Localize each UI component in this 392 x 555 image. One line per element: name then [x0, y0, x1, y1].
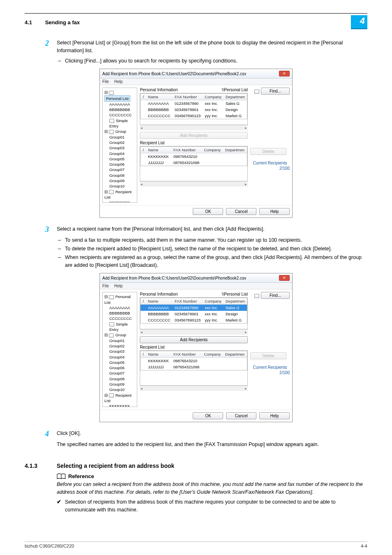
tree-item[interactable]: Group08 — [104, 173, 135, 178]
subsection-title: Selecting a recipient from an address bo… — [57, 462, 174, 469]
h-scrollbar[interactable]: ◂▸ — [140, 386, 248, 391]
table-row[interactable]: JJJJJJJJ087654321098 — [141, 364, 247, 370]
cancel-button[interactable]: Cancel — [226, 208, 256, 215]
h-scrollbar[interactable]: ◂▸ — [140, 329, 248, 335]
chapter-badge: 4 — [351, 15, 367, 29]
tree-item[interactable]: Group06 — [104, 365, 135, 370]
step-2-sub-1: → Clicking [Find...] allows you to searc… — [57, 57, 367, 65]
tree-group[interactable]: Group — [115, 333, 126, 337]
delete-button[interactable]: Delete — [250, 352, 286, 359]
arrow-icon: → — [57, 245, 65, 253]
subsection-413: 4.1.3 Selecting a recipient from an addr… — [25, 462, 367, 469]
recipient-list-table[interactable]: / Name FAX Number Company Departmen KKKK… — [140, 146, 247, 166]
menu-help[interactable]: Help — [114, 284, 123, 288]
menu-help[interactable]: Help — [114, 79, 123, 84]
window-titlebar: Add Recipient from Phone Book:C:\Users\U… — [100, 273, 292, 283]
step-number: 3 — [45, 225, 57, 234]
tree-item[interactable]: Group10 — [104, 183, 135, 189]
tree-item[interactable]: CCCCCCCC — [104, 112, 135, 118]
table-row[interactable]: BBBBBBBB02345678901xxx Inc.Design — [141, 311, 247, 317]
tree-personal-list[interactable]: Personal List — [104, 294, 131, 304]
reference-body: Before you can select a recipient from t… — [57, 481, 367, 496]
tree-item[interactable]: Group02 — [104, 343, 135, 349]
delete-button[interactable]: Delete — [250, 148, 286, 155]
tree-nav[interactable]: ⊟ Personal List AAAAAAAA BBBBBBBB CCCCCC… — [102, 88, 137, 203]
step-text: Select a recipient name from the [Person… — [57, 225, 367, 234]
step-text: Click [OK]. — [57, 430, 367, 437]
tree-item[interactable]: BBBBBBBB — [104, 310, 135, 316]
step-2: 2 Select [Personal List] or [Group] from… — [45, 39, 367, 55]
tree-item[interactable]: AAAAAAAA — [104, 102, 135, 107]
tree-item[interactable]: CCCCCCCC — [104, 316, 135, 321]
find-button[interactable]: Find... — [261, 292, 290, 299]
tree-item[interactable]: Group01 — [104, 134, 135, 140]
menu-file[interactable]: File — [102, 79, 109, 84]
tree-item[interactable]: Group08 — [104, 376, 135, 382]
step-3-sub-3: → When recipients are registered as a gr… — [57, 254, 367, 269]
cancel-button[interactable]: Cancel — [226, 412, 256, 419]
tree-item[interactable]: Group04 — [104, 354, 135, 360]
personal-info-label: Personal Information — [140, 292, 178, 296]
table-row[interactable]: CCCCCCCC034567890123yyy Inc.Market G — [141, 113, 247, 119]
tree-nav[interactable]: ⊟ Personal List AAAAAAAA BBBBBBBB CCCCCC… — [102, 292, 137, 407]
table-row[interactable]: KKKKKKKK09876543210 — [141, 153, 247, 160]
tree-recipient-list[interactable]: Recipient List — [104, 190, 131, 199]
add-recipients-button[interactable]: Add Recipients — [140, 132, 248, 139]
tree-item[interactable]: Group07 — [104, 167, 135, 172]
recipient-counter: 2/100 — [250, 166, 290, 171]
close-icon[interactable]: ✕ — [279, 71, 290, 76]
ok-button[interactable]: OK — [193, 208, 223, 215]
table-row[interactable]: CCCCCCCC034567890123yyy Inc.Market G — [141, 317, 247, 324]
table-row[interactable]: AAAAAAAA01234567890xxx Inc.Sales G — [141, 100, 247, 107]
tree-item[interactable]: Group09 — [104, 178, 135, 183]
tree-item[interactable]: Group03 — [104, 145, 135, 150]
recipient-list-table[interactable]: / Name FAX Number Company Departmen KKKK… — [140, 351, 247, 370]
table-row[interactable]: JJJJJJJJ087654321098 — [141, 160, 247, 166]
help-button[interactable]: Help — [259, 208, 290, 215]
add-recipients-button[interactable]: Add Recipients — [140, 336, 248, 343]
step-text: Select [Personal List] or [Group] from t… — [57, 39, 367, 55]
tree-item[interactable]: Group05 — [104, 360, 135, 365]
table-row[interactable]: BBBBBBBB02345678901xxx Inc.Design — [141, 106, 247, 113]
personal-info-label: Personal Information — [140, 88, 178, 92]
reference-heading: Reference — [57, 473, 367, 480]
tree-item[interactable]: Group07 — [104, 370, 135, 376]
current-recipients-label: Current Recipients — [250, 365, 290, 370]
dialog-screenshot-2: Add Recipient from Phone Book:C:\Users\U… — [99, 273, 293, 422]
tree-personal-list[interactable]: Personal List — [104, 95, 130, 102]
tree-item[interactable]: KKKKKKKK — [104, 403, 135, 407]
tree-item[interactable]: Group09 — [104, 382, 135, 387]
table-row-selected[interactable]: AAAAAAAA01234567890xxx Inc.Sales G — [141, 305, 247, 311]
tree-item[interactable]: Group02 — [104, 140, 135, 145]
tree-group[interactable]: Group — [115, 129, 126, 134]
tree-item[interactable]: KKKKKKKK — [104, 200, 135, 203]
tree-item[interactable]: Group01 — [104, 338, 135, 343]
help-button[interactable]: Help — [259, 412, 290, 419]
footer-left: bizhub C360/C280/C220 — [25, 543, 74, 548]
recipient-counter: 2/100 — [250, 370, 290, 375]
subsection-number: 4.1.3 — [25, 462, 57, 469]
tree-item[interactable]: Group10 — [104, 387, 135, 392]
table-row[interactable]: KKKKKKKK09876543210 — [141, 358, 247, 364]
arrow-icon: → — [57, 254, 65, 269]
h-scrollbar[interactable]: ◂▸ — [140, 125, 248, 130]
book-icon — [57, 473, 66, 480]
ok-button[interactable]: OK — [193, 412, 223, 419]
personal-info-table[interactable]: / Name FAX Number Company Departmen AAAA… — [140, 93, 247, 119]
menu-file[interactable]: File — [102, 284, 109, 288]
tree-recipient-list[interactable]: Recipient List — [104, 393, 131, 403]
h-scrollbar[interactable]: ◂▸ — [140, 181, 248, 187]
find-button[interactable]: Find... — [261, 88, 290, 95]
tree-item[interactable]: Group04 — [104, 151, 135, 156]
step-4-followup: The specified names are added to the rec… — [57, 441, 367, 449]
tree-item[interactable]: Group03 — [104, 349, 135, 354]
tree-item[interactable]: Group05 — [104, 156, 135, 162]
personal-info-table[interactable]: / Name FAX Number Company Departmen AAAA… — [140, 298, 247, 324]
tree-item[interactable]: AAAAAAAA — [104, 305, 135, 310]
tree-item[interactable]: BBBBBBBB — [104, 107, 135, 112]
step-3-sub-1: → To send a fax to multiple recipients, … — [57, 236, 367, 244]
page-footer: bizhub C360/C280/C220 4-4 — [25, 541, 367, 548]
tree-item[interactable]: Group06 — [104, 162, 135, 167]
close-icon[interactable]: ✕ — [279, 275, 290, 281]
step-3: 3 Select a recipient name from the [Pers… — [45, 225, 367, 234]
